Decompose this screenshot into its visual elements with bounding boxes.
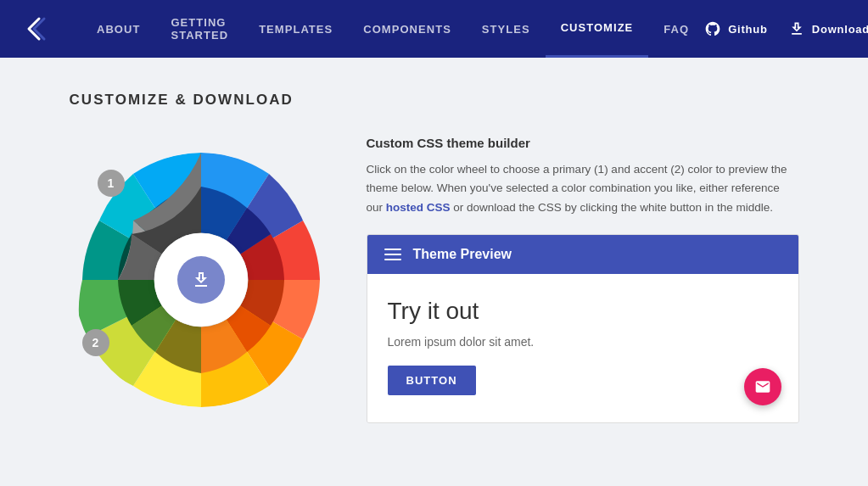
main-layout: 1 2 Custom CSS theme builder Click on th… — [70, 136, 799, 423]
builder-desc-part2: or download the CSS by clicking the whit… — [451, 201, 773, 214]
nav-link-customize[interactable]: CUSTOMIZE — [546, 0, 649, 58]
preview-text: Lorem ipsum dolor sit amet. — [388, 335, 778, 349]
download-button[interactable]: Download — [788, 20, 868, 37]
github-button[interactable]: Github — [704, 20, 768, 37]
badge-primary: 1 — [98, 170, 125, 197]
theme-preview-header: Theme Preview — [367, 235, 798, 274]
builder-title: Custom CSS theme builder — [367, 136, 799, 150]
right-panel: Custom CSS theme builder Click on the co… — [367, 136, 799, 423]
nav-link-getting-started[interactable]: GETTING STARTED — [155, 0, 244, 58]
color-wheel[interactable]: 1 2 — [74, 153, 328, 407]
nav-link-components[interactable]: COMPONENTS — [348, 0, 467, 58]
hamburger-line-2 — [384, 254, 401, 255]
builder-description: Click on the color wheel to choose a pri… — [367, 160, 799, 217]
nav-links: ABOUT GETTING STARTED TEMPLATES COMPONEN… — [81, 0, 704, 58]
preview-button[interactable]: BUTTON — [388, 366, 476, 395]
theme-preview-wrapper: Theme Preview Try it out Lorem ipsum dol… — [367, 234, 799, 423]
nav-link-faq[interactable]: FAQ — [648, 0, 704, 58]
hamburger-line-3 — [384, 259, 401, 260]
mail-icon — [754, 378, 771, 395]
hamburger-line-1 — [384, 249, 401, 250]
page-title: CUSTOMIZE & DOWNLOAD — [70, 92, 799, 109]
preview-heading: Try it out — [388, 298, 778, 325]
theme-preview-body: Try it out Lorem ipsum dolor sit amet. B… — [367, 274, 798, 422]
download-circle — [177, 256, 225, 304]
svg-rect-0 — [20, 12, 54, 46]
nav-link-templates[interactable]: TEMPLATES — [244, 0, 348, 58]
download-circle-icon — [191, 270, 211, 290]
nav-link-about[interactable]: ABOUT — [81, 0, 155, 58]
github-label: Github — [728, 23, 768, 36]
download-icon — [788, 20, 805, 37]
color-wheel-container: 1 2 — [70, 136, 333, 407]
main-nav: ABOUT GETTING STARTED TEMPLATES COMPONEN… — [0, 0, 868, 58]
nav-link-styles[interactable]: STYLES — [467, 0, 546, 58]
wheel-download-button[interactable] — [154, 233, 248, 327]
github-icon — [704, 20, 721, 37]
theme-preview-title: Theme Preview — [413, 247, 512, 262]
hamburger-icon — [384, 249, 401, 260]
fab-button[interactable] — [744, 368, 781, 405]
badge-accent: 2 — [82, 329, 109, 356]
nav-right: Github Download — [704, 20, 868, 37]
hosted-css-link[interactable]: hosted CSS — [386, 201, 451, 214]
page-content: CUSTOMIZE & DOWNLOAD — [53, 58, 816, 457]
logo[interactable] — [20, 12, 54, 46]
download-label: Download — [812, 23, 868, 36]
